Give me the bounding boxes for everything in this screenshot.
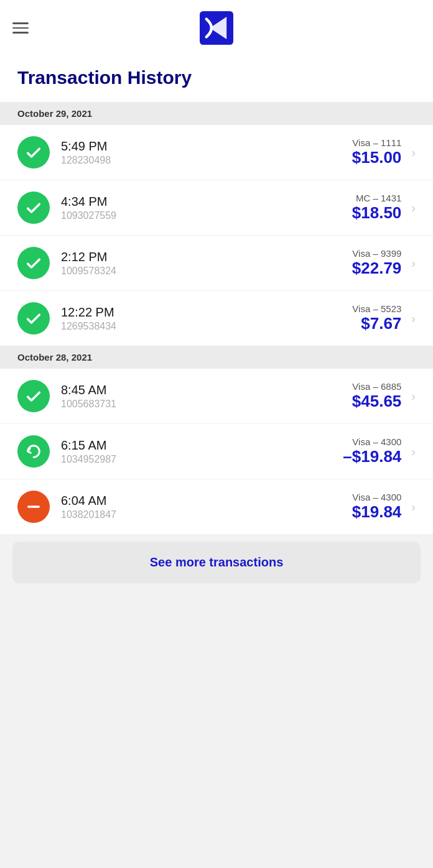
transaction-right: Visa – 5523$7.67› [352, 303, 416, 333]
status-icon-return [17, 435, 50, 468]
transaction-info: 4:34 PM1093027559 [61, 195, 352, 221]
page-title: Transaction History [17, 67, 416, 88]
date-header-0: October 29, 2021 [0, 102, 433, 125]
chevron-right-icon: › [411, 445, 416, 459]
status-icon-check [17, 302, 50, 335]
transaction-amount-block: Visa – 9399$22.79 [352, 248, 402, 278]
transaction-time: 8:45 AM [61, 383, 352, 397]
see-more-label: See more transactions [150, 555, 284, 570]
logo-svg [200, 11, 233, 45]
transaction-amount: –$19.84 [343, 447, 401, 466]
chevron-right-icon: › [411, 145, 416, 160]
transaction-id: 1269538434 [61, 321, 352, 332]
transaction-info: 6:15 AM1034952987 [61, 438, 343, 465]
date-header-1: October 28, 2021 [0, 346, 433, 369]
transaction-amount-block: MC – 1431$18.50 [352, 193, 402, 223]
app-header [0, 0, 433, 56]
transaction-amount: $45.65 [352, 392, 402, 411]
transaction-id: 1034952987 [61, 454, 343, 465]
transaction-item[interactable]: 2:12 PM1009578324Visa – 9399$22.79› [0, 236, 433, 291]
transaction-item[interactable]: 5:49 PM128230498Visa – 1111$15.00› [0, 125, 433, 180]
transaction-time: 4:34 PM [61, 195, 352, 209]
transaction-time: 2:12 PM [61, 250, 352, 264]
status-icon-check [17, 136, 50, 169]
transaction-card: Visa – 5523 [352, 303, 401, 314]
chevron-right-icon: › [411, 201, 416, 215]
status-icon-minus [17, 491, 50, 523]
transaction-right: Visa – 1111$15.00› [352, 137, 416, 167]
transaction-id: 128230498 [61, 155, 352, 166]
transaction-amount-block: Visa – 4300$19.84 [352, 492, 402, 522]
transaction-card: Visa – 1111 [352, 137, 402, 148]
transactions-list-1: 8:45 AM1005683731Visa – 6885$45.65› 6:15… [0, 369, 433, 534]
logo [200, 11, 233, 45]
transaction-time: 12:22 PM [61, 305, 352, 320]
transaction-right: Visa – 4300–$19.84› [343, 436, 416, 466]
see-more-button[interactable]: See more transactions [12, 542, 421, 583]
transaction-right: MC – 1431$18.50› [352, 193, 416, 223]
status-icon-check [17, 380, 50, 412]
transactions-list-0: 5:49 PM128230498Visa – 1111$15.00› 4:34 … [0, 125, 433, 346]
transaction-amount-block: Visa – 4300–$19.84 [343, 436, 401, 466]
transaction-time: 6:04 AM [61, 494, 352, 508]
transaction-groups: October 29, 2021 5:49 PM128230498Visa – … [0, 102, 433, 534]
transaction-item[interactable]: 4:34 PM1093027559MC – 1431$18.50› [0, 180, 433, 236]
chevron-right-icon: › [411, 500, 416, 514]
status-icon-check [17, 192, 50, 224]
transaction-id: 1009578324 [61, 265, 352, 277]
transaction-amount: $22.79 [352, 259, 402, 278]
transaction-card: Visa – 6885 [352, 381, 402, 392]
transaction-time: 6:15 AM [61, 438, 343, 453]
transaction-amount: $15.00 [352, 148, 402, 167]
chevron-right-icon: › [411, 389, 416, 404]
transaction-amount-block: Visa – 5523$7.67 [352, 303, 401, 333]
transaction-info: 2:12 PM1009578324 [61, 250, 352, 277]
transaction-id: 1005683731 [61, 399, 352, 410]
transaction-info: 5:49 PM128230498 [61, 139, 352, 166]
chevron-right-icon: › [411, 312, 416, 326]
transaction-amount: $18.50 [352, 203, 402, 223]
transaction-amount: $7.67 [352, 314, 401, 333]
menu-icon[interactable] [12, 22, 29, 34]
transaction-info: 6:04 AM1038201847 [61, 494, 352, 520]
transaction-card: Visa – 4300 [343, 436, 401, 447]
transaction-amount-block: Visa – 1111$15.00 [352, 137, 402, 167]
transaction-amount: $19.84 [352, 502, 402, 522]
status-icon-check [17, 247, 50, 279]
page-title-section: Transaction History [0, 56, 433, 102]
transaction-card: Visa – 9399 [352, 248, 402, 259]
transaction-item[interactable]: 6:04 AM1038201847Visa – 4300$19.84› [0, 479, 433, 534]
transaction-amount-block: Visa – 6885$45.65 [352, 381, 402, 411]
transaction-item[interactable]: 6:15 AM1034952987Visa – 4300–$19.84› [0, 424, 433, 479]
transaction-item[interactable]: 12:22 PM1269538434Visa – 5523$7.67› [0, 291, 433, 346]
transaction-id: 1038201847 [61, 509, 352, 520]
transaction-info: 8:45 AM1005683731 [61, 383, 352, 410]
transaction-card: Visa – 4300 [352, 492, 402, 502]
chevron-right-icon: › [411, 256, 416, 270]
transaction-right: Visa – 9399$22.79› [352, 248, 416, 278]
transaction-id: 1093027559 [61, 210, 352, 221]
transaction-item[interactable]: 8:45 AM1005683731Visa – 6885$45.65› [0, 369, 433, 424]
transaction-card: MC – 1431 [352, 193, 402, 203]
transaction-right: Visa – 6885$45.65› [352, 381, 416, 411]
transaction-time: 5:49 PM [61, 139, 352, 154]
transaction-right: Visa – 4300$19.84› [352, 492, 416, 522]
transaction-info: 12:22 PM1269538434 [61, 305, 352, 332]
